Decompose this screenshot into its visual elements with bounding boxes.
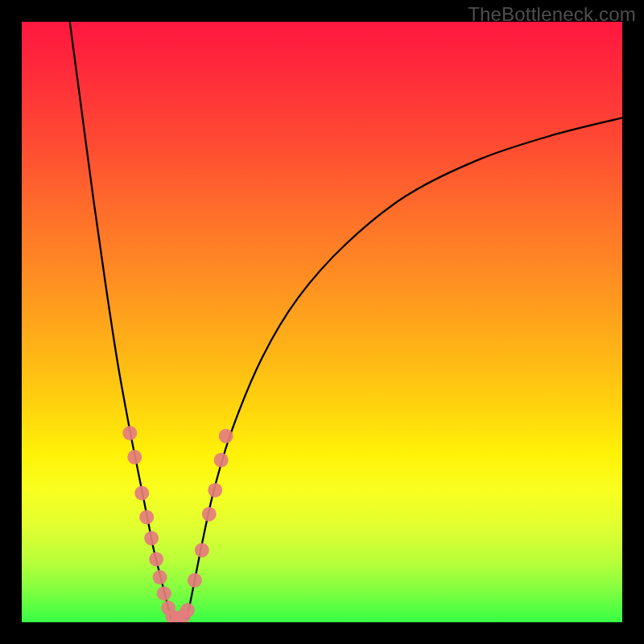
chart-svg	[22, 22, 622, 622]
data-dot	[149, 552, 163, 567]
data-dot	[134, 486, 149, 501]
curve-right-path	[186, 118, 622, 619]
data-dot	[219, 429, 233, 444]
data-dot	[144, 531, 159, 546]
dots-group	[122, 426, 233, 622]
curve-group	[70, 22, 622, 619]
data-dot	[188, 573, 202, 588]
data-dot	[139, 510, 154, 524]
data-dot	[153, 570, 167, 584]
data-dot	[180, 603, 195, 617]
chart-frame: TheBottleneck.com	[0, 0, 644, 644]
chart-plot-area	[22, 22, 622, 622]
data-dot	[202, 507, 217, 522]
data-dot	[157, 586, 171, 601]
data-dot	[195, 543, 209, 557]
curve-left-path	[70, 22, 171, 619]
data-dot	[214, 453, 229, 468]
watermark-label: TheBottleneck.com	[468, 3, 636, 26]
data-dot	[208, 483, 222, 497]
data-dot	[127, 450, 142, 464]
data-dot	[122, 426, 137, 440]
